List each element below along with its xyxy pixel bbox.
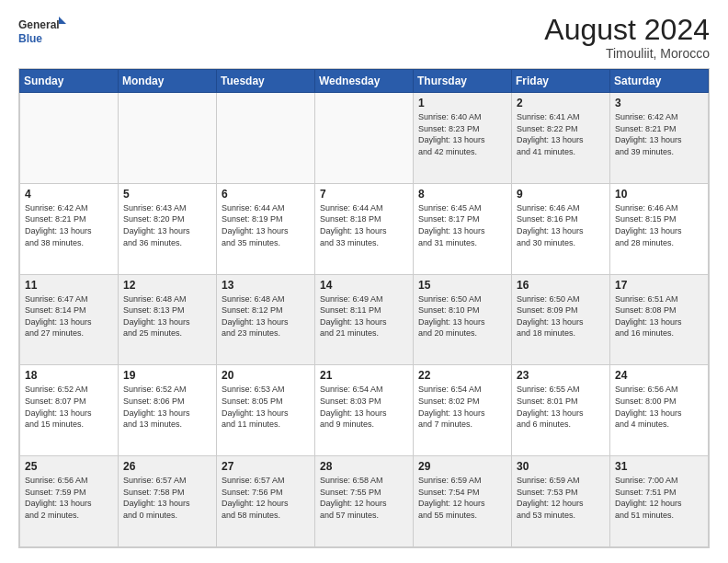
table-row: 2Sunrise: 6:41 AM Sunset: 8:22 PM Daylig… (512, 93, 610, 184)
header-wednesday: Wednesday (315, 70, 414, 93)
svg-text:Blue: Blue (18, 32, 42, 45)
table-row: 30Sunrise: 6:59 AM Sunset: 7:53 PM Dayli… (512, 456, 610, 547)
table-row: 18Sunrise: 6:52 AM Sunset: 8:07 PM Dayli… (20, 365, 119, 456)
table-row: 26Sunrise: 6:57 AM Sunset: 7:58 PM Dayli… (119, 456, 217, 547)
day-info: Sunrise: 6:41 AM Sunset: 8:22 PM Dayligh… (517, 111, 605, 157)
table-row: 29Sunrise: 6:59 AM Sunset: 7:54 PM Dayli… (414, 456, 512, 547)
day-info: Sunrise: 6:56 AM Sunset: 8:00 PM Dayligh… (615, 384, 703, 430)
day-info: Sunrise: 6:52 AM Sunset: 8:07 PM Dayligh… (25, 384, 113, 430)
month-title: August 2024 (544, 15, 710, 44)
day-number: 24 (615, 369, 703, 382)
day-info: Sunrise: 6:45 AM Sunset: 8:17 PM Dayligh… (418, 202, 506, 248)
table-row: 5Sunrise: 6:43 AM Sunset: 8:20 PM Daylig… (119, 183, 217, 274)
table-row: 7Sunrise: 6:44 AM Sunset: 8:18 PM Daylig… (315, 183, 414, 274)
location: Timouliit, Morocco (544, 46, 710, 61)
header-monday: Monday (119, 70, 217, 93)
day-info: Sunrise: 6:49 AM Sunset: 8:11 PM Dayligh… (320, 293, 408, 339)
table-row: 10Sunrise: 6:46 AM Sunset: 8:15 PM Dayli… (610, 183, 709, 274)
table-row: 22Sunrise: 6:54 AM Sunset: 8:02 PM Dayli… (414, 365, 512, 456)
day-number: 5 (123, 188, 211, 201)
day-info: Sunrise: 6:59 AM Sunset: 7:54 PM Dayligh… (418, 475, 506, 521)
svg-text:General: General (18, 18, 60, 31)
day-info: Sunrise: 6:48 AM Sunset: 8:13 PM Dayligh… (123, 293, 211, 339)
day-number: 12 (123, 279, 211, 292)
logo: General Blue (18, 15, 69, 50)
table-row: 25Sunrise: 6:56 AM Sunset: 7:59 PM Dayli… (20, 456, 119, 547)
table-row (217, 93, 315, 184)
calendar-week-row: 18Sunrise: 6:52 AM Sunset: 8:07 PM Dayli… (20, 365, 709, 456)
day-number: 15 (418, 279, 506, 292)
calendar-week-row: 4Sunrise: 6:42 AM Sunset: 8:21 PM Daylig… (20, 183, 709, 274)
day-info: Sunrise: 6:44 AM Sunset: 8:19 PM Dayligh… (222, 202, 310, 248)
day-number: 28 (320, 460, 408, 473)
day-number: 21 (320, 369, 408, 382)
day-info: Sunrise: 6:57 AM Sunset: 7:58 PM Dayligh… (123, 475, 211, 521)
day-number: 25 (25, 460, 113, 473)
day-number: 18 (25, 369, 113, 382)
table-row: 6Sunrise: 6:44 AM Sunset: 8:19 PM Daylig… (217, 183, 315, 274)
day-info: Sunrise: 7:00 AM Sunset: 7:51 PM Dayligh… (615, 475, 703, 521)
header: General Blue August 2024 Timouliit, Moro… (18, 15, 710, 61)
day-number: 8 (418, 188, 506, 201)
table-row: 8Sunrise: 6:45 AM Sunset: 8:17 PM Daylig… (414, 183, 512, 274)
day-info: Sunrise: 6:51 AM Sunset: 8:08 PM Dayligh… (615, 293, 703, 339)
header-sunday: Sunday (20, 70, 119, 93)
table-row: 12Sunrise: 6:48 AM Sunset: 8:13 PM Dayli… (119, 274, 217, 365)
title-block: August 2024 Timouliit, Morocco (544, 15, 710, 61)
table-row (119, 93, 217, 184)
day-number: 14 (320, 279, 408, 292)
day-info: Sunrise: 6:42 AM Sunset: 8:21 PM Dayligh… (615, 111, 703, 157)
day-number: 2 (517, 97, 605, 109)
calendar-table: Sunday Monday Tuesday Wednesday Thursday… (19, 69, 709, 547)
day-number: 6 (222, 188, 310, 201)
day-info: Sunrise: 6:59 AM Sunset: 7:53 PM Dayligh… (517, 475, 605, 521)
day-info: Sunrise: 6:58 AM Sunset: 7:55 PM Dayligh… (320, 475, 408, 521)
header-friday: Friday (512, 70, 610, 93)
day-number: 11 (25, 279, 113, 292)
day-number: 10 (615, 188, 703, 201)
day-number: 22 (418, 369, 506, 382)
day-number: 27 (222, 460, 310, 473)
day-number: 29 (418, 460, 506, 473)
table-row: 15Sunrise: 6:50 AM Sunset: 8:10 PM Dayli… (414, 274, 512, 365)
table-row: 31Sunrise: 7:00 AM Sunset: 7:51 PM Dayli… (610, 456, 709, 547)
general-blue-logo-icon: General Blue (18, 15, 69, 50)
day-number: 17 (615, 279, 703, 292)
day-info: Sunrise: 6:48 AM Sunset: 8:12 PM Dayligh… (222, 293, 310, 339)
calendar-week-row: 11Sunrise: 6:47 AM Sunset: 8:14 PM Dayli… (20, 274, 709, 365)
day-number: 9 (517, 188, 605, 201)
calendar: Sunday Monday Tuesday Wednesday Thursday… (18, 68, 710, 548)
header-tuesday: Tuesday (217, 70, 315, 93)
day-number: 19 (123, 369, 211, 382)
day-info: Sunrise: 6:47 AM Sunset: 8:14 PM Dayligh… (25, 293, 113, 339)
day-info: Sunrise: 6:53 AM Sunset: 8:05 PM Dayligh… (222, 384, 310, 430)
day-number: 4 (25, 188, 113, 201)
table-row: 11Sunrise: 6:47 AM Sunset: 8:14 PM Dayli… (20, 274, 119, 365)
table-row: 13Sunrise: 6:48 AM Sunset: 8:12 PM Dayli… (217, 274, 315, 365)
day-number: 7 (320, 188, 408, 201)
day-number: 23 (517, 369, 605, 382)
table-row: 27Sunrise: 6:57 AM Sunset: 7:56 PM Dayli… (217, 456, 315, 547)
svg-marker-2 (59, 17, 66, 24)
day-info: Sunrise: 6:54 AM Sunset: 8:02 PM Dayligh… (418, 384, 506, 430)
calendar-week-row: 1Sunrise: 6:40 AM Sunset: 8:23 PM Daylig… (20, 93, 709, 184)
day-number: 13 (222, 279, 310, 292)
day-info: Sunrise: 6:56 AM Sunset: 7:59 PM Dayligh… (25, 475, 113, 521)
day-info: Sunrise: 6:40 AM Sunset: 8:23 PM Dayligh… (418, 111, 506, 157)
day-number: 31 (615, 460, 703, 473)
day-info: Sunrise: 6:57 AM Sunset: 7:56 PM Dayligh… (222, 475, 310, 521)
day-info: Sunrise: 6:42 AM Sunset: 8:21 PM Dayligh… (25, 202, 113, 248)
table-row: 28Sunrise: 6:58 AM Sunset: 7:55 PM Dayli… (315, 456, 414, 547)
header-thursday: Thursday (414, 70, 512, 93)
day-info: Sunrise: 6:43 AM Sunset: 8:20 PM Dayligh… (123, 202, 211, 248)
table-row: 24Sunrise: 6:56 AM Sunset: 8:00 PM Dayli… (610, 365, 709, 456)
day-number: 30 (517, 460, 605, 473)
table-row (315, 93, 414, 184)
table-row: 21Sunrise: 6:54 AM Sunset: 8:03 PM Dayli… (315, 365, 414, 456)
days-header-row: Sunday Monday Tuesday Wednesday Thursday… (20, 70, 709, 93)
day-info: Sunrise: 6:52 AM Sunset: 8:06 PM Dayligh… (123, 384, 211, 430)
table-row: 4Sunrise: 6:42 AM Sunset: 8:21 PM Daylig… (20, 183, 119, 274)
day-number: 26 (123, 460, 211, 473)
day-info: Sunrise: 6:46 AM Sunset: 8:16 PM Dayligh… (517, 202, 605, 248)
day-info: Sunrise: 6:55 AM Sunset: 8:01 PM Dayligh… (517, 384, 605, 430)
